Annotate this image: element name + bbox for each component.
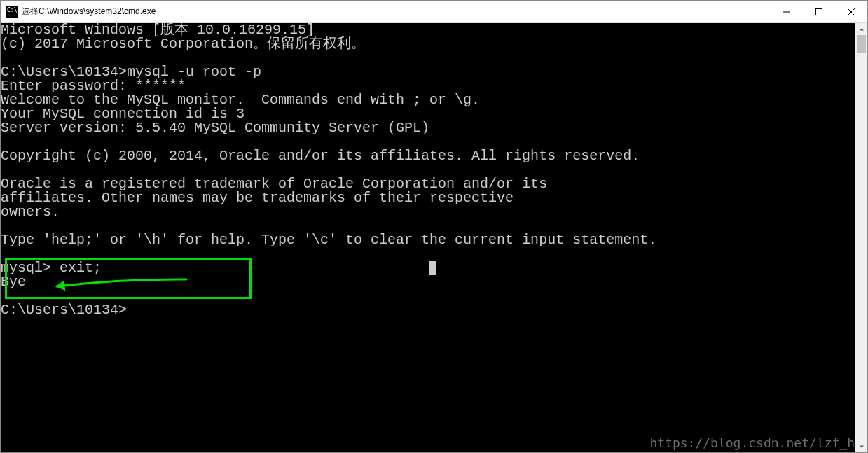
minimize-button[interactable] [771, 1, 803, 23]
terminal-line: Your MySQL connection id is 3 [1, 107, 867, 121]
terminal-line [1, 135, 867, 149]
terminal-line [1, 247, 867, 261]
terminal-line: C:\Users\10134> [1, 303, 867, 317]
terminal-line: Type 'help;' or '\h' for help. Type '\c'… [1, 233, 867, 247]
terminal-line: Server version: 5.5.40 MySQL Community S… [1, 121, 867, 135]
chevron-up-icon [859, 27, 864, 32]
scrollbar-thumb[interactable] [857, 35, 866, 53]
close-button[interactable] [835, 1, 867, 23]
watermark-text: https://blog.csdn.net/lzf_h [649, 437, 855, 449]
terminal-line: (c) 2017 Microsoft Corporation。保留所有权利。 [1, 37, 867, 51]
minimize-icon [783, 8, 790, 15]
terminal-line: mysql> exit; [1, 261, 867, 275]
scrollbar-track[interactable] [855, 35, 867, 440]
terminal-line: Welcome to the MySQL monitor. Commands e… [1, 93, 867, 107]
scroll-down-button[interactable] [855, 440, 867, 452]
cmd-icon [6, 6, 18, 18]
cmd-window: 选择C:\Windows\system32\cmd.exe Microsoft … [0, 0, 868, 453]
terminal-cursor [429, 261, 436, 275]
terminal-line [1, 51, 867, 65]
terminal-line: Enter password: ****** [1, 79, 867, 93]
svg-rect-1 [816, 8, 822, 15]
close-icon [848, 8, 855, 15]
terminal-line: Microsoft Windows [版本 10.0.16299.15] [1, 23, 867, 37]
terminal-line: Copyright (c) 2000, 2014, Oracle and/or … [1, 149, 867, 163]
window-title: 选择C:\Windows\system32\cmd.exe [22, 6, 156, 18]
terminal-line: owners. [1, 205, 867, 219]
terminal-line [1, 289, 867, 303]
titlebar[interactable]: 选择C:\Windows\system32\cmd.exe [1, 1, 867, 23]
terminal-area[interactable]: Microsoft Windows [版本 10.0.16299.15](c) … [1, 23, 867, 452]
vertical-scrollbar[interactable] [855, 23, 867, 452]
terminal-line: Bye [1, 275, 867, 289]
terminal-line: affiliates. Other names may be trademark… [1, 191, 867, 205]
terminal-text: mysql> exit; [1, 260, 429, 276]
terminal-line: C:\Users\10134>mysql -u root -p [1, 65, 867, 79]
svg-rect-0 [783, 11, 790, 12]
chevron-down-icon [859, 444, 864, 449]
maximize-button[interactable] [803, 1, 835, 23]
scroll-up-button[interactable] [855, 23, 867, 35]
terminal-line [1, 163, 867, 177]
maximize-icon [815, 8, 822, 15]
terminal-line [1, 219, 867, 233]
terminal-line: Oracle is a registered trademark of Orac… [1, 177, 867, 191]
